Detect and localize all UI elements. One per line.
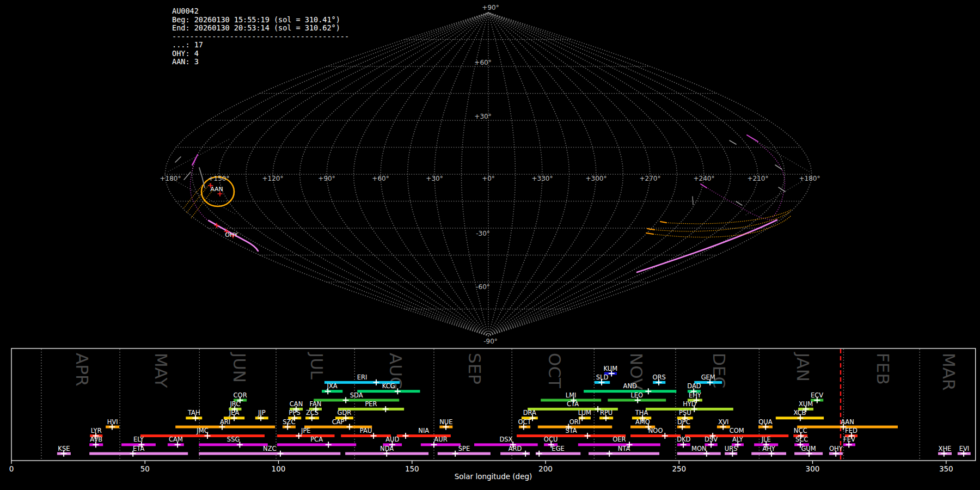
- shower-NOO: NOO: [630, 427, 681, 439]
- shower-ZCS: ZCS: [305, 409, 319, 421]
- meridian-line: [488, 13, 516, 336]
- shower-AUR: AUR: [421, 436, 461, 448]
- activity-timeline: APRMAYJUNJULAUGSEPOCTNOVDECJANFEBMARKUME…: [9, 348, 976, 473]
- x-axis-tick-label: 50: [140, 464, 150, 473]
- shower-code-label: URS: [725, 445, 738, 452]
- shower-FEV: FEV: [843, 436, 855, 448]
- shower-code-label: PCA: [310, 436, 323, 443]
- month-label: OCT: [545, 353, 565, 389]
- shower-code-label: KSE: [58, 445, 70, 452]
- x-axis-tick-label: 200: [538, 464, 553, 473]
- shower-code-label: NTA: [618, 445, 630, 452]
- x-axis-tick-label: 0: [9, 464, 14, 473]
- shower-code-label: OER: [612, 436, 626, 443]
- shower-DKD: DKD: [677, 436, 690, 448]
- shower-code-label: ETA: [133, 445, 144, 452]
- shower-OHY: OHY: [829, 445, 843, 457]
- shower-code-label: PER: [365, 400, 377, 408]
- shower-code-label: PPS: [289, 409, 301, 416]
- month-label: JUL: [307, 352, 327, 380]
- shower-code-label: XVI: [718, 418, 728, 426]
- right-drift-stub-1: [646, 233, 653, 234]
- shower-code-label: COM: [730, 427, 744, 434]
- shower-JMC: JMC: [140, 427, 265, 439]
- shower-bar: [341, 434, 391, 437]
- longitude-label: +90°: [318, 175, 335, 182]
- shower-JIP: JIP: [255, 409, 268, 421]
- shower-KSE: KSE: [57, 445, 71, 457]
- shower-code-label: RPU: [600, 409, 612, 416]
- shower-code-label: JMC: [196, 427, 208, 434]
- shower-code-label: LEO: [630, 391, 643, 399]
- longitude-label: +330°: [532, 175, 553, 182]
- shower-code-label: ZCS: [306, 409, 318, 416]
- info-line: AU0042: [172, 7, 349, 16]
- shower-peak-cross: [607, 451, 612, 457]
- shower-code-label: DSX: [499, 436, 512, 443]
- shower-XVI: XVI: [717, 418, 730, 430]
- shower-code-label: OCT: [518, 418, 531, 426]
- gray-dash-4: [775, 165, 782, 169]
- shower-HVI: HVI: [106, 418, 119, 430]
- shower-STA: STA: [517, 427, 626, 439]
- shower-peak-cross: [403, 433, 409, 439]
- gray-dash-3: [730, 140, 736, 144]
- latitude-label: -30°: [476, 230, 490, 237]
- gray-v-left-up: [168, 138, 231, 171]
- shower-bar: [584, 390, 676, 393]
- shower-code-label: CTA: [567, 400, 579, 408]
- shower-AHY: AHY: [751, 445, 786, 457]
- shower-bar: [175, 426, 275, 428]
- gray-v-right-down: [745, 177, 809, 216]
- shower-bar: [277, 443, 356, 446]
- shower-NUE: NUE: [439, 418, 452, 430]
- shower-code-label: XHE: [939, 445, 952, 452]
- shower-code-label: JXA: [327, 382, 338, 390]
- shower-code-label: NZC: [263, 445, 277, 452]
- shower-code-label: NCC: [794, 427, 807, 434]
- shower-code-label: ECV: [811, 391, 823, 399]
- longitude-label: +0°: [482, 175, 495, 182]
- shower-SSG: SSG: [199, 436, 268, 448]
- shower-bar: [89, 452, 188, 455]
- longitude-label: +210°: [748, 175, 769, 182]
- shower-peak-cross: [326, 442, 332, 448]
- shower-code-label: EVI: [959, 445, 970, 452]
- shower-QUA: QUA: [758, 418, 773, 430]
- shower-bar: [517, 434, 626, 437]
- shower-bar: [357, 390, 420, 393]
- shower-code-label: DAD: [687, 382, 701, 390]
- right-drift-stub-3: [660, 222, 666, 223]
- shower-code-label: THA: [635, 409, 648, 416]
- shower-code-label: XCB: [794, 409, 806, 416]
- shower-code-label: CAN: [290, 400, 303, 408]
- shower-ARI: ARI: [175, 418, 275, 430]
- info-line: OHY: 4: [172, 50, 349, 58]
- shower-bar: [677, 452, 721, 455]
- shower-code-label: DPC: [677, 418, 690, 426]
- shower-code-label: MON: [691, 445, 707, 452]
- shower-bar: [630, 434, 681, 437]
- shower-JXA: JXA: [322, 382, 342, 394]
- shower-code-label: GUM: [801, 445, 816, 452]
- shower-bar: [438, 452, 491, 455]
- shower-GUM: GUM: [794, 445, 823, 457]
- radiant-label: OHY: [225, 231, 238, 238]
- longitude-label: +150°: [209, 175, 230, 182]
- shower-code-label: LUM: [578, 409, 591, 416]
- gray-dash-1: [175, 157, 181, 162]
- shower-bar: [421, 443, 461, 446]
- shower-TAH: TAH: [186, 409, 202, 421]
- shower-code-label: EHY: [689, 391, 702, 399]
- shower-XHE: XHE: [938, 445, 952, 457]
- shower-bar: [199, 452, 340, 455]
- shower-code-label: SDA: [350, 391, 363, 399]
- shower-bar: [536, 452, 580, 455]
- info-line: End: 20260130 20:53:14 (sol = 310.62°): [172, 24, 349, 33]
- info-line: ----------------------------------------: [172, 33, 349, 41]
- shower-code-label: ARD: [509, 445, 522, 452]
- info-line: AAN: 3: [172, 58, 349, 66]
- shower-code-label: TAH: [187, 409, 200, 416]
- x-axis-tick-label: 100: [272, 464, 286, 473]
- shower-code-label: HVI: [107, 418, 118, 426]
